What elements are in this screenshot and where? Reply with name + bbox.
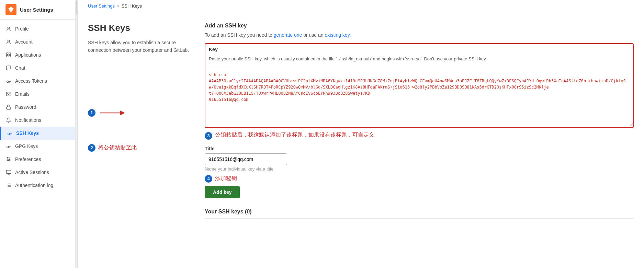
add-ssh-desc-middle: or use an <box>302 32 325 38</box>
sidebar-item-chat[interactable]: Chat <box>0 61 75 74</box>
add-ssh-desc-after: . <box>350 32 351 38</box>
svg-point-16 <box>8 160 9 161</box>
breadcrumb-separator: > <box>117 3 120 9</box>
svg-point-14 <box>7 158 8 159</box>
password-label: Password <box>15 104 36 110</box>
account-icon <box>5 39 12 45</box>
sidebar: User Settings Profile Account Applicatio… <box>0 0 76 268</box>
annotation-2-text: 将公钥粘贴至此 <box>98 144 137 151</box>
account-label: Account <box>15 39 33 45</box>
sidebar-item-active-sessions[interactable]: Active Sessions <box>0 166 75 179</box>
person-icon <box>5 26 12 32</box>
svg-rect-4 <box>7 55 8 57</box>
add-ssh-desc-before: To add an SSH key you need to <box>205 32 274 38</box>
bubble-4: 4 <box>205 175 212 183</box>
ssh-key-textarea[interactable] <box>205 68 633 126</box>
sidebar-item-access-tokens[interactable]: Access Tokens <box>0 74 75 88</box>
title-input[interactable] <box>205 153 287 165</box>
applications-label: Applications <box>15 52 41 58</box>
gpg-keys-label: GPG Keys <box>15 143 38 149</box>
preferences-label: Preferences <box>15 156 41 162</box>
active-sessions-label: Active Sessions <box>15 170 49 175</box>
sidebar-item-emails[interactable]: Emails <box>0 88 75 101</box>
monitor-icon <box>5 169 12 175</box>
chat-icon <box>5 65 12 71</box>
breadcrumb: User Settings > SSH Keys <box>78 0 644 12</box>
sidebar-item-account[interactable]: Account <box>0 35 75 48</box>
auth-log-label: Authentication log <box>15 183 53 188</box>
sidebar-item-authentication-log[interactable]: Authentication log <box>0 179 75 192</box>
sidebar-item-notifications[interactable]: Notifications <box>0 114 75 127</box>
sidebar-header: User Settings <box>0 0 75 20</box>
annotation-2: 2 将公钥粘贴至此 <box>88 144 198 152</box>
bubble-3: 3 <box>205 132 212 140</box>
title-label: Title <box>205 146 634 151</box>
svg-rect-2 <box>7 53 8 55</box>
bubble-2: 2 <box>88 144 95 152</box>
existing-link[interactable]: existing key <box>325 32 350 38</box>
access-tokens-icon <box>5 78 12 84</box>
main-content: User Settings > SSH Keys SSH Keys SSH ke… <box>78 0 644 268</box>
emails-label: Emails <box>15 91 30 97</box>
svg-point-10 <box>7 146 9 148</box>
ssh-keys-label: SSH Keys <box>16 130 39 136</box>
annotation-3: 3 公钥粘贴后，我这默认添加了该标题，如果没有该标题，可自定义 <box>205 131 634 140</box>
sidebar-item-profile[interactable]: Profile <box>0 22 75 35</box>
add-ssh-desc: To add an SSH key you need to generate o… <box>205 32 634 38</box>
ssh-key-icon <box>7 130 13 136</box>
notifications-label: Notifications <box>15 117 41 123</box>
key-hint: Paste your public SSH key, which is usua… <box>205 56 633 65</box>
svg-point-15 <box>9 159 10 160</box>
breadcrumb-parent[interactable]: User Settings <box>88 3 115 9</box>
sidebar-item-ssh-keys[interactable]: SSH Keys <box>0 127 75 140</box>
key-field-container: Key Paste your public SSH key, which is … <box>205 43 634 128</box>
list-icon <box>5 182 12 188</box>
add-key-button[interactable]: Add key <box>205 186 240 198</box>
arrow-1 <box>98 109 126 116</box>
page-title: SSH Keys <box>88 23 198 33</box>
annotation-4: 4 添加秘钥 <box>205 175 634 183</box>
sidebar-item-preferences[interactable]: Preferences <box>0 153 75 166</box>
annotation-3-text: 公钥粘贴后，我这默认添加了该标题，如果没有该标题，可自定义 <box>215 131 374 139</box>
title-section: Title Name your individual key via a tit… <box>205 146 634 172</box>
add-ssh-title: Add an SSH key <box>205 23 634 29</box>
svg-rect-5 <box>9 55 11 57</box>
svg-point-0 <box>8 27 9 29</box>
app-title: User Settings <box>20 7 53 13</box>
annotation-1: 1 <box>88 109 198 117</box>
left-panel: SSH Keys SSH keys allow you to establish… <box>88 23 205 219</box>
breadcrumb-current: SSH Keys <box>122 3 142 9</box>
lock-icon <box>5 104 12 110</box>
svg-rect-3 <box>9 53 11 55</box>
svg-rect-8 <box>7 107 11 109</box>
svg-point-9 <box>8 133 10 135</box>
generate-link[interactable]: generate one <box>274 32 302 38</box>
gpg-key-icon <box>5 143 12 149</box>
sidebar-item-gpg-keys[interactable]: GPG Keys <box>0 140 75 153</box>
app-logo <box>5 4 16 15</box>
svg-point-1 <box>8 40 9 42</box>
keys-divider <box>205 218 634 219</box>
svg-point-6 <box>7 81 9 82</box>
bell-icon <box>5 117 12 123</box>
bubble-1: 1 <box>88 109 95 117</box>
chat-label: Chat <box>15 65 25 71</box>
page-description: SSH keys allow you to establish a secure… <box>88 39 198 54</box>
access-tokens-label: Access Tokens <box>15 78 47 84</box>
sliders-icon <box>5 156 12 162</box>
email-icon <box>5 91 12 97</box>
svg-rect-7 <box>6 92 11 96</box>
sidebar-item-password[interactable]: Password <box>0 101 75 114</box>
sidebar-nav: Profile Account Applications Chat <box>0 20 75 268</box>
your-ssh-keys-title: Your SSH keys (0) <box>205 209 634 215</box>
svg-rect-17 <box>6 170 11 173</box>
key-label: Key <box>205 44 633 54</box>
right-panel: Add an SSH key To add an SSH key you nee… <box>205 23 634 219</box>
sidebar-item-applications[interactable]: Applications <box>0 48 75 61</box>
profile-label: Profile <box>15 26 29 32</box>
title-hint: Name your individual key via a title <box>205 166 634 172</box>
grid-icon <box>5 52 12 58</box>
annotation-4-text: 添加秘钥 <box>215 175 237 182</box>
